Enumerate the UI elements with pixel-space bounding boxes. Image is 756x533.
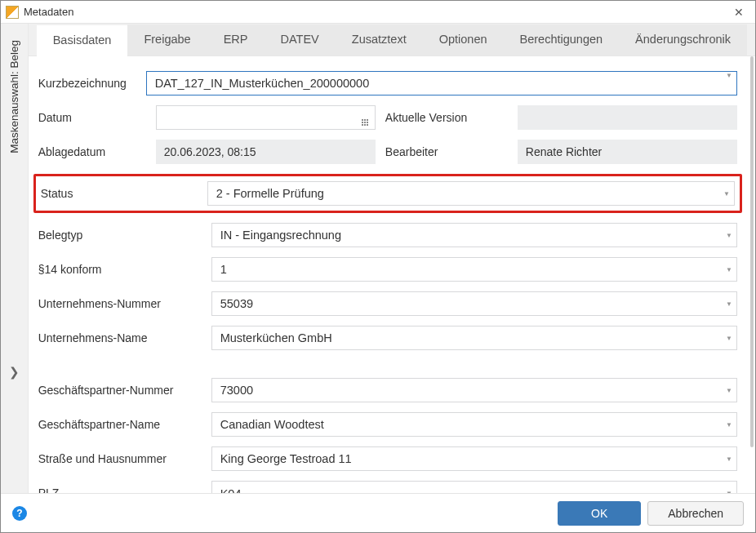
belegtyp-value: IN - Eingangsrechnung [212,229,722,242]
unternehmensname-value: Musterküchen GmbH [212,331,722,344]
sidebar: Maskenauswahl: Beleg ❯ [1,24,29,493]
datum-input[interactable] [156,105,376,130]
unternehmensnr-select[interactable]: 55039 ▼ [211,291,737,316]
strasse-value: King George Testroad 11 [212,452,722,465]
tab-freigabe[interactable]: Freigabe [127,24,207,56]
status-row-highlight: Status 2 - Formelle Prüfung ▼ [33,174,742,213]
s14-value: 1 [212,263,722,276]
window-title: Metadaten [24,6,727,18]
chevron-down-icon[interactable]: ▼ [719,190,734,198]
tab-basisdaten[interactable]: Basisdaten [37,25,128,56]
ablage-value: 20.06.2023, 08:15 [156,140,376,164]
bearbeiter-label: Bearbeiter [385,145,508,158]
aktuelle-version-label: Aktuelle Version [385,111,508,124]
tab-erp[interactable]: ERP [207,24,265,56]
belegtyp-select[interactable]: IN - Eingangsrechnung ▼ [211,223,737,247]
strasse-label: Straße und Hausnummer [38,452,202,465]
kurz-input[interactable]: ▼ [146,71,737,95]
gpnr-select[interactable]: 73000 ▼ [211,378,737,402]
sidebar-label: Maskenauswahl: Beleg [8,40,20,153]
gpnr-value: 73000 [212,384,722,397]
titlebar: Metadaten ✕ [1,1,755,24]
unternehmensname-label: Unternehmens-Name [38,331,202,344]
plz-value: K04 [212,487,722,494]
ok-button[interactable]: OK [558,501,641,526]
chevron-down-icon[interactable]: ▼ [722,300,736,308]
s14-label: §14 konform [38,263,202,276]
scrollbar[interactable] [750,56,754,447]
kurz-label: Kurzbezeichnung [38,77,146,90]
gpname-label: Geschäftspartner-Name [38,418,202,431]
status-select[interactable]: 2 - Formelle Prüfung ▼ [207,181,735,206]
plz-select[interactable]: K04 ▼ [211,481,737,493]
chevron-down-icon[interactable]: ▼ [722,335,736,342]
aktuelle-version-value [518,105,737,130]
unternehmensnr-label: Unternehmens-Nummer [38,297,202,310]
s14-select[interactable]: 1 ▼ [211,257,737,282]
datum-text[interactable] [157,111,355,124]
strasse-select[interactable]: King George Testroad 11 ▼ [211,446,737,471]
chevron-down-icon[interactable]: ▼ [722,266,736,273]
plz-label: PLZ [38,486,202,493]
gpname-value: Canadian Woodtest [212,418,722,431]
belegtyp-label: Belegtyp [38,229,202,242]
tabbar: Basisdaten Freigabe ERP DATEV Zusatztext… [29,24,755,56]
gpname-select[interactable]: Canadian Woodtest ▼ [211,412,737,437]
datum-label: Datum [38,111,146,124]
tab-zusatztext[interactable]: Zusatztext [336,24,423,56]
sidebar-expand-icon[interactable]: ❯ [9,267,20,380]
footer: ? OK Abbrechen [1,493,755,532]
bearbeiter-value: Renate Richter [518,140,737,164]
unternehmensname-select[interactable]: Musterküchen GmbH ▼ [211,326,737,350]
chevron-down-icon[interactable]: ▼ [722,455,736,463]
kurz-input-text[interactable] [147,72,722,95]
tab-optionen[interactable]: Optionen [423,24,504,56]
chevron-down-icon[interactable]: ▼ [722,387,736,394]
ablage-label: Ablagedatum [38,145,146,158]
calendar-icon[interactable] [355,110,375,126]
tab-datev[interactable]: DATEV [265,24,336,56]
gpnr-label: Geschäftspartner-Nummer [38,384,202,397]
close-icon[interactable]: ✕ [727,6,750,19]
chevron-down-icon[interactable]: ▼ [722,72,736,95]
unternehmensnr-value: 55039 [212,297,722,310]
tab-berechtigungen[interactable]: Berechtigungen [504,24,620,56]
status-value: 2 - Formelle Prüfung [208,187,719,200]
help-icon[interactable]: ? [12,506,27,521]
chevron-down-icon[interactable]: ▼ [722,421,736,429]
cancel-button[interactable]: Abbrechen [647,501,744,526]
chevron-down-icon[interactable]: ▼ [722,232,736,239]
app-icon [6,6,19,19]
status-label: Status [41,187,188,200]
chevron-down-icon[interactable]: ▼ [722,490,736,493]
tab-aenderungschronik[interactable]: Änderungschronik [619,24,747,56]
